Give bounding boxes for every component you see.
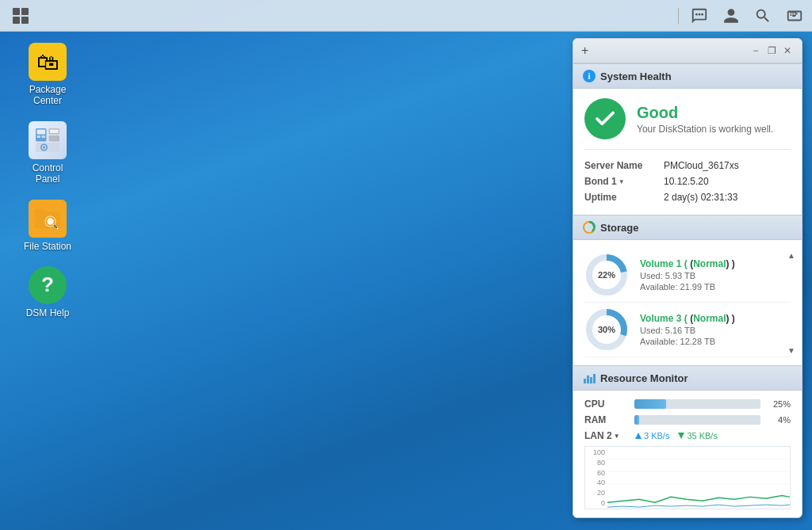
lan-row: LAN 2 ▼ 3 KB/s 35 KB/s	[584, 430, 791, 441]
bond-value: 10.12.5.20	[664, 176, 709, 187]
cpu-bar	[634, 399, 666, 409]
health-info-icon: i	[583, 70, 596, 82]
file-station-icon-img	[29, 200, 67, 238]
volume-1-pct: 22%	[598, 270, 615, 280]
svg-rect-9	[37, 135, 41, 138]
svg-rect-29	[593, 374, 596, 383]
cpu-row: CPU 25%	[584, 398, 791, 410]
svg-rect-13	[49, 135, 60, 142]
chat-icon[interactable]	[688, 5, 710, 27]
volume-3-available: Available: 12.28 TB	[640, 337, 735, 346]
svg-point-16	[43, 146, 45, 148]
storage-title: Storage	[600, 222, 638, 234]
ram-value: 4%	[767, 415, 791, 425]
svg-rect-10	[42, 135, 46, 138]
control-panel-label: Control Panel	[19, 162, 76, 185]
graph-label-20: 20	[585, 489, 607, 497]
svg-rect-12	[50, 129, 59, 133]
panel-add-button[interactable]: +	[581, 44, 588, 58]
keyboard-icon[interactable]	[783, 5, 806, 27]
search-icon[interactable]	[752, 5, 774, 27]
storage-scroll-down[interactable]: ▼	[784, 343, 799, 357]
network-graph: 100 80 60 40 20 0	[584, 446, 791, 509]
volume-3-donut: 30%	[584, 307, 629, 352]
desktop-icon-file-station[interactable]: File Station	[16, 196, 79, 255]
svg-rect-2	[13, 17, 20, 24]
volume-3-row: 30% Volume 3 ( (Normal) ) Used: 5.16 TB …	[584, 303, 791, 357]
graph-label-40: 40	[585, 479, 607, 486]
svg-rect-27	[587, 376, 589, 383]
resource-monitor-title: Resource Monitor	[600, 372, 688, 384]
svg-rect-0	[13, 8, 20, 15]
svg-rect-1	[21, 8, 29, 15]
desktop-icon-package-center[interactable]: Package Center	[16, 40, 79, 110]
package-center-icon-img	[29, 43, 67, 81]
health-status-text: Good	[637, 104, 773, 122]
volume-1-used: Used: 5.93 TB	[640, 271, 735, 280]
server-name-label: Server Name	[584, 160, 664, 171]
volume-3-used: Used: 5.16 TB	[640, 326, 735, 335]
health-checkmark-icon	[584, 98, 626, 139]
apps-grid-button[interactable]	[6, 2, 35, 30]
storage-icon	[583, 221, 596, 234]
svg-marker-31	[678, 433, 684, 439]
volume-3-pct: 30%	[598, 325, 615, 334]
ram-bar	[634, 415, 639, 425]
resource-monitor-section-header: Resource Monitor	[573, 365, 802, 391]
file-station-label: File Station	[24, 241, 71, 252]
svg-rect-26	[584, 379, 586, 383]
cpu-bar-container	[634, 399, 760, 409]
uptime-label: Uptime	[584, 192, 664, 203]
graph-label-100: 100	[585, 448, 607, 456]
storage-scroll-up[interactable]: ▲	[784, 248, 799, 262]
resource-monitor-content: CPU 25% RAM 4% LAN 2 ▼	[573, 391, 802, 517]
ram-row: RAM 4%	[584, 414, 791, 425]
storage-section-header: Storage	[573, 215, 802, 240]
restore-button[interactable]: ❐	[765, 44, 778, 57]
lan-label[interactable]: LAN 2 ▼	[584, 430, 628, 441]
svg-marker-30	[635, 433, 642, 439]
cpu-value: 25%	[767, 399, 791, 409]
volume-3-name: Volume 3 ( (Normal) )	[640, 313, 735, 324]
dsm-help-label: DSM Help	[26, 307, 70, 318]
graph-label-0: 0	[585, 499, 607, 507]
desktop-icons-container: Package Center	[16, 40, 79, 322]
svg-rect-3	[21, 17, 29, 24]
lan-down-value: 35 KB/s	[677, 431, 718, 440]
desktop: Package Center	[0, 0, 812, 530]
ram-bar-container	[634, 415, 760, 425]
system-health-panel: + − ❐ ✕ i System Health	[573, 38, 802, 518]
system-health-content: Good Your DiskStation is working well. S…	[573, 89, 802, 215]
svg-point-6	[701, 13, 703, 15]
taskbar-divider	[678, 8, 679, 24]
panel-titlebar: + − ❐ ✕	[573, 39, 802, 63]
svg-point-5	[699, 13, 701, 15]
bond-label: Bond 1 ▼	[584, 176, 664, 187]
cpu-label: CPU	[584, 398, 628, 410]
volume-1-donut: 22%	[584, 253, 629, 297]
system-health-section-header: i System Health	[573, 63, 802, 89]
control-panel-icon-img	[29, 121, 67, 159]
package-center-label: Package Center	[19, 84, 76, 107]
volume-1-row: 22% Volume 1 ( (Normal) ) Used: 5.93 TB …	[584, 248, 791, 303]
user-icon[interactable]	[720, 5, 742, 27]
desktop-icon-control-panel[interactable]: Control Panel	[16, 118, 79, 189]
resource-monitor-icon	[583, 372, 596, 384]
desktop-icon-dsm-help[interactable]: ? DSM Help	[16, 263, 79, 322]
svg-rect-28	[590, 377, 592, 383]
uptime-value: 2 day(s) 02:31:33	[664, 192, 737, 203]
svg-rect-8	[37, 129, 46, 134]
svg-point-4	[695, 13, 698, 15]
taskbar	[0, 0, 812, 32]
server-name-value: PMCloud_3617xs	[664, 160, 739, 171]
volume-1-available: Available: 21.99 TB	[640, 282, 735, 292]
lan-up-value: 3 KB/s	[634, 431, 669, 440]
minimize-button[interactable]: −	[749, 44, 762, 57]
dsm-help-icon-img: ?	[29, 266, 67, 304]
close-button[interactable]: ✕	[781, 44, 794, 57]
ram-label: RAM	[584, 414, 628, 425]
storage-content: ▲ 22% Volume 1 ( (Normal) ) Used: 5.93 T…	[573, 240, 802, 365]
graph-label-60: 60	[585, 469, 607, 477]
system-health-title: System Health	[600, 71, 672, 82]
bond-dropdown[interactable]: Bond 1 ▼	[584, 176, 664, 187]
